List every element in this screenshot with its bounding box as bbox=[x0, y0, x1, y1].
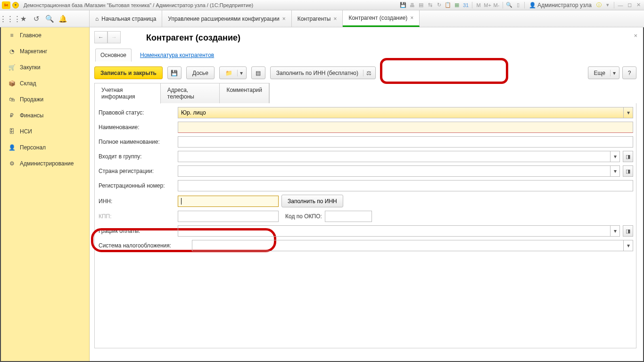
kpp-input[interactable] bbox=[178, 211, 279, 222]
dropdown-icon[interactable]: ▾ bbox=[604, 1, 611, 9]
formtab-accounting[interactable]: Учетная информация bbox=[95, 83, 161, 104]
maximize-icon[interactable]: ◻ bbox=[626, 1, 633, 9]
sidebar-label: Продажи bbox=[20, 96, 43, 103]
tab-label: Контрагент (создание) bbox=[348, 15, 407, 21]
clipboard-icon[interactable]: 📋 bbox=[444, 1, 452, 9]
doc-icon[interactable]: ▤ bbox=[417, 1, 425, 9]
fill-by-inn-button[interactable]: Заполнить по ИНН bbox=[281, 195, 343, 207]
m-minus-icon[interactable]: M- bbox=[493, 1, 500, 9]
history-icon[interactable]: ↺ bbox=[32, 15, 41, 23]
m-plus-icon[interactable]: M+ bbox=[484, 1, 491, 9]
chevron-down-icon[interactable]: ▾ bbox=[610, 226, 619, 236]
chevron-down-icon[interactable]: ▾ bbox=[623, 240, 633, 251]
tab-close-icon[interactable]: × bbox=[282, 16, 286, 22]
nav-back-button[interactable]: ← bbox=[94, 31, 107, 43]
content-area: × ← → Контрагент (создание) Основное Ном… bbox=[90, 27, 643, 361]
sidebar-item-admin[interactable]: ⚙Администрирование bbox=[1, 156, 89, 172]
inn-input[interactable] bbox=[178, 196, 279, 207]
folder-button[interactable]: 📁▾ bbox=[219, 66, 247, 79]
form-toolbar: Записать и закрыть 💾 Досье 📁▾ ▤ Заполнит… bbox=[94, 66, 636, 79]
save-and-close-button[interactable]: Записать и закрыть bbox=[94, 66, 163, 79]
schedule-select[interactable]: ▾ bbox=[178, 225, 620, 237]
chevron-down-icon[interactable]: ▾ bbox=[623, 107, 633, 118]
full-name-input[interactable] bbox=[178, 136, 633, 148]
sidebar-item-warehouse[interactable]: 📦Склад bbox=[1, 75, 89, 91]
subtab-nomenclature[interactable]: Номенклатура контрагентов bbox=[139, 49, 215, 61]
help-button[interactable]: ? bbox=[622, 66, 636, 79]
bell-icon[interactable]: 🔔 bbox=[58, 15, 67, 23]
kpp-label: КПП: bbox=[98, 213, 178, 220]
tab-contractor-create[interactable]: Контрагент (создание) × bbox=[343, 10, 420, 27]
tab-close-icon[interactable]: × bbox=[333, 16, 337, 22]
legal-icon[interactable]: ⚖ bbox=[363, 70, 374, 76]
main-tabbar: ⋮⋮⋮ ★ ↺ 🔍 🔔 ⌂ Начальная страница Управле… bbox=[0, 10, 644, 27]
current-user[interactable]: 👤Администратор узла bbox=[527, 2, 594, 8]
group-select[interactable]: ▾ bbox=[178, 151, 620, 162]
open-button[interactable]: ◨ bbox=[623, 225, 633, 237]
compare-icon[interactable]: ⇆ bbox=[426, 1, 434, 9]
sidebar-item-nsi[interactable]: 🗄НСИ bbox=[1, 123, 89, 140]
open-button[interactable]: ◨ bbox=[623, 151, 633, 162]
sidebar-item-sales[interactable]: 🛍Продажи bbox=[1, 91, 89, 107]
sidebar-item-personnel[interactable]: 👤Персонал bbox=[1, 140, 89, 156]
inn-label: ИНН: bbox=[98, 198, 178, 205]
user-name-label: Администратор узла bbox=[537, 2, 592, 8]
sidebar-item-marketing[interactable]: ◔Маркетинг bbox=[1, 43, 89, 59]
search-icon[interactable]: 🔍 bbox=[45, 15, 54, 23]
info-icon[interactable]: ⓘ bbox=[595, 1, 603, 9]
print-icon[interactable]: 🖶 bbox=[408, 1, 416, 9]
tab-extensions[interactable]: Управление расширениями конфигурации × bbox=[162, 10, 291, 27]
subtab-main[interactable]: Основное bbox=[95, 49, 132, 62]
chevron-down-icon[interactable]: ▾ bbox=[610, 166, 619, 176]
tab-close-icon[interactable]: × bbox=[410, 15, 413, 21]
country-label: Страна регистрации: bbox=[98, 168, 178, 174]
full-name-label: Полное наименование: bbox=[98, 139, 178, 145]
minimize-icon[interactable]: — bbox=[617, 1, 624, 9]
sidebar-item-purchases[interactable]: 🛒Закупки bbox=[1, 59, 89, 75]
name-input[interactable] bbox=[178, 122, 633, 133]
calc-icon[interactable]: ▦ bbox=[453, 1, 461, 9]
sidebar-label: Администрирование bbox=[20, 160, 74, 167]
sidebar-item-main[interactable]: ≡Главное bbox=[1, 27, 89, 43]
fill-by-inn-free-button[interactable]: Заполнить по ИНН (бесплатно) ⚖ bbox=[270, 66, 376, 79]
chevron-down-icon[interactable]: ▾ bbox=[610, 70, 618, 76]
formtab-comment[interactable]: Комментарий bbox=[220, 83, 269, 103]
chevron-down-icon[interactable]: ▾ bbox=[610, 151, 619, 162]
tab-label: Контрагенты bbox=[297, 16, 331, 22]
sidebar-item-finance[interactable]: ₽Финансы bbox=[1, 107, 89, 123]
legal-status-label: Правовой статус: bbox=[98, 109, 178, 116]
diskette-icon: 💾 bbox=[171, 70, 178, 76]
apps-icon[interactable]: ⋮⋮⋮ bbox=[6, 15, 14, 23]
list-button[interactable]: ▤ bbox=[251, 66, 265, 79]
sidebar-label: НСИ bbox=[20, 128, 32, 135]
save-icon[interactable]: 💾 bbox=[399, 1, 407, 9]
window-titlebar: 1c ▾ Демонстрационная база /Магазин "Быт… bbox=[0, 0, 644, 10]
zoom-icon[interactable]: 🔍 bbox=[505, 1, 513, 9]
tab-label: Начальная страница bbox=[101, 16, 156, 22]
legal-status-select[interactable]: Юр. лицо ▾ bbox=[178, 107, 633, 118]
dossier-button[interactable]: Досье bbox=[186, 66, 215, 79]
panel-icon[interactable]: ▯ bbox=[514, 1, 522, 9]
chevron-down-icon[interactable]: ▾ bbox=[237, 70, 245, 76]
formtab-addresses[interactable]: Адреса, телефоны bbox=[161, 83, 220, 103]
app-logo: 1c bbox=[2, 1, 10, 9]
country-select[interactable]: ▾ bbox=[178, 165, 620, 177]
calendar-icon[interactable]: 31 bbox=[462, 1, 470, 9]
app-menu-dropdown[interactable]: ▾ bbox=[12, 2, 19, 8]
tab-contractors[interactable]: Контрагенты × bbox=[292, 10, 343, 27]
list-icon: ▤ bbox=[256, 70, 261, 76]
star-icon[interactable]: ★ bbox=[19, 15, 27, 23]
save-button[interactable]: 💾 bbox=[167, 66, 182, 79]
regnum-input[interactable] bbox=[178, 180, 633, 191]
pie-icon: ◔ bbox=[8, 47, 16, 56]
more-button[interactable]: Еще▾ bbox=[588, 66, 619, 79]
m-icon[interactable]: M bbox=[475, 1, 482, 9]
okpo-input[interactable] bbox=[325, 211, 372, 222]
sidebar-label: Персонал bbox=[20, 144, 46, 151]
page-close-icon[interactable]: × bbox=[634, 32, 637, 39]
tab-home[interactable]: ⌂ Начальная страница bbox=[90, 10, 162, 27]
close-icon[interactable]: ✕ bbox=[635, 1, 642, 9]
open-button[interactable]: ◨ bbox=[623, 165, 633, 177]
refresh-icon[interactable]: ↻ bbox=[435, 1, 443, 9]
tax-select[interactable]: ▾ bbox=[192, 240, 633, 251]
